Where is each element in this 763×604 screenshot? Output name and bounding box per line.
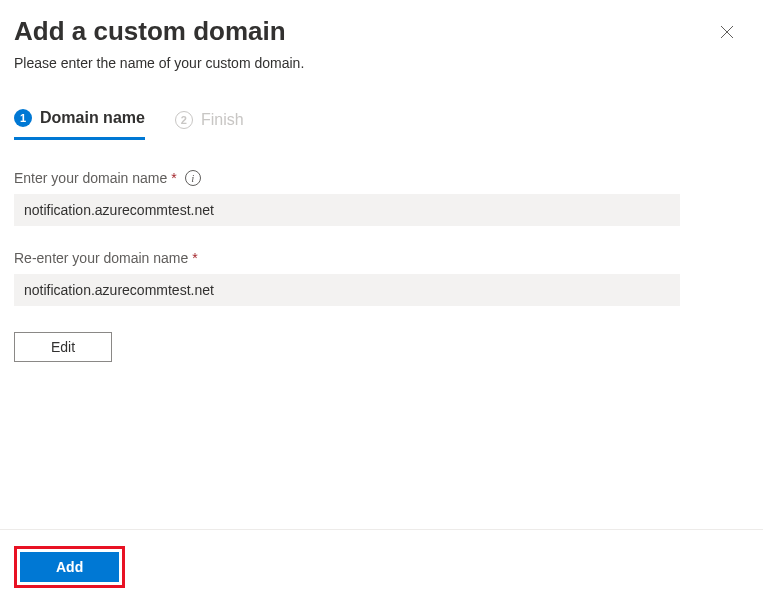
footer-bar: Add [0, 529, 763, 604]
tab-finish[interactable]: 2 Finish [175, 109, 244, 140]
domain-input[interactable] [14, 194, 680, 226]
redomain-field-label: Re-enter your domain name * [14, 250, 749, 266]
step-number-badge: 2 [175, 111, 193, 129]
redomain-input[interactable] [14, 274, 680, 306]
add-button-highlight: Add [14, 546, 125, 588]
domain-field-label: Enter your domain name * i [14, 170, 749, 186]
add-button[interactable]: Add [20, 552, 119, 582]
tab-domain-name[interactable]: 1 Domain name [14, 109, 145, 140]
info-icon[interactable]: i [185, 170, 201, 186]
wizard-tabs: 1 Domain name 2 Finish [0, 109, 763, 140]
tab-label: Finish [201, 111, 244, 129]
required-indicator: * [171, 170, 176, 186]
step-number-badge: 1 [14, 109, 32, 127]
close-button[interactable] [717, 22, 737, 42]
close-icon [720, 25, 734, 39]
edit-button[interactable]: Edit [14, 332, 112, 362]
tab-label: Domain name [40, 109, 145, 127]
page-subtitle: Please enter the name of your custom dom… [0, 55, 763, 91]
required-indicator: * [192, 250, 197, 266]
page-title: Add a custom domain [14, 16, 286, 47]
